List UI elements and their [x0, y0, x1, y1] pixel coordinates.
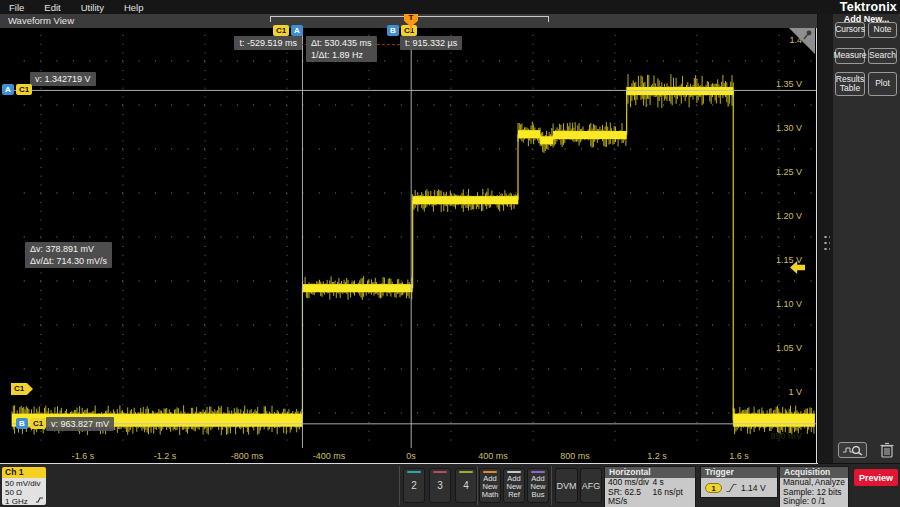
y-axis-tick-label: 1.05 V	[776, 343, 802, 353]
x-axis-tick-label: 0s	[406, 451, 416, 461]
y-axis-tick-label: 1.20 V	[776, 211, 802, 221]
horizontal-value: 16 ns/pt	[653, 488, 683, 507]
afg-button[interactable]: AFG	[580, 468, 602, 503]
probe-icon	[35, 497, 44, 504]
trigger-source-badge: 1	[705, 483, 722, 493]
hcursor-a-badge[interactable]: A	[2, 84, 14, 95]
right-sidebar: Add New... CursorsNoteMeasureSearchResul…	[833, 14, 900, 463]
trigger-level-value: 1.14 V	[741, 483, 766, 493]
channel-number: 3	[430, 473, 450, 499]
cursor-b-time-readout: t: 915.332 µs	[400, 36, 462, 50]
channel-4-button[interactable]: 4	[455, 468, 477, 503]
trigger-position-stem	[410, 26, 412, 32]
cursor-b-voltage-readout: v: 963.827 mV	[46, 417, 114, 431]
waveform-panel: Waveform View T 1.41.35 V1.30 V1.25 V1.2…	[0, 14, 818, 464]
waveform-trace	[12, 28, 816, 462]
menu-item-help[interactable]: Help	[124, 2, 144, 13]
channel-1-setting: 50 mV/div	[5, 479, 46, 488]
y-axis-tick-label: 1.25 V	[776, 167, 802, 177]
add-new-math-button[interactable]: AddNewMath	[479, 468, 501, 503]
dv-dt-value: Δv/Δt: 714.30 mV/s	[30, 255, 107, 267]
y-axis-tick-label: 1.10 V	[776, 299, 802, 309]
zoom-mode-button[interactable]	[838, 442, 867, 458]
zoom-waveform-icon	[842, 444, 864, 456]
button-label: AddNewRef	[504, 475, 524, 499]
button-color-stripe	[507, 471, 521, 473]
menu-item-file[interactable]: File	[9, 2, 24, 13]
y-axis-tick-label: 1.30 V	[776, 123, 802, 133]
trash-button[interactable]	[878, 441, 896, 459]
sidebar-button-search[interactable]: Search	[868, 48, 897, 64]
cursor-delta-v-readout: Δv: 378.891 mV Δv/Δt: 714.30 mV/s	[25, 242, 112, 268]
delta-t-value: Δt: 530.435 ms	[311, 37, 372, 49]
button-label: AddNewMath	[480, 475, 500, 499]
delta-v-value: Δv: 378.891 mV	[30, 243, 107, 255]
x-axis-tick-label: -1.6 s	[72, 451, 95, 461]
horizontal-panel[interactable]: Horizontal 400 ms/div4 sSR: 62.5 MS/s16 …	[604, 466, 696, 507]
trigger-panel[interactable]: Trigger 1 1.14 V	[700, 466, 778, 498]
waveform-view-title: Waveform View	[8, 15, 74, 26]
sidebar-button-note[interactable]: Note	[868, 22, 897, 38]
rising-edge-icon	[726, 483, 737, 493]
toolbar-separator	[477, 466, 478, 505]
channel-3-button[interactable]: 3	[429, 468, 451, 503]
add-new-ref-button[interactable]: AddNewRef	[503, 468, 525, 503]
sidebar-button-measure[interactable]: Measure	[835, 48, 865, 64]
trace-level	[733, 414, 815, 427]
sidebar-button-plot[interactable]: Plot	[868, 72, 897, 96]
bottom-bar: Ch 1 50 mV/div50 Ω1 GHz 234 AddNewMathAd…	[0, 464, 900, 507]
toolbar-separator	[551, 466, 552, 505]
hcursor-a-channel-badge[interactable]: C1	[16, 84, 32, 95]
y-axis-tick-label: 1 V	[788, 387, 802, 397]
button-color-stripe	[483, 471, 497, 473]
button-label: AddNewBus	[528, 475, 548, 499]
sidebar-button-cursors[interactable]: Cursors	[835, 22, 865, 38]
dvm-button[interactable]: DVM	[555, 468, 578, 503]
channel-1-label: Ch 1	[2, 467, 46, 478]
acquisition-row: Single: 0 /1	[780, 497, 848, 507]
channel-1-setting: 50 Ω	[5, 488, 46, 497]
preview-button[interactable]: Preview	[854, 469, 898, 486]
cursor-a-channel-badge[interactable]: C1	[273, 25, 289, 36]
sidebar-button-results-table[interactable]: Results Table	[835, 72, 865, 96]
channel-1-badge[interactable]: Ch 1 50 mV/div50 Ω1 GHz	[2, 467, 46, 505]
drag-handle-icon[interactable]	[822, 233, 830, 251]
pin-icon	[802, 29, 814, 41]
trace-level	[518, 130, 540, 138]
trace-level	[413, 196, 518, 204]
trace-level	[302, 284, 412, 292]
y-axis-tick-label: 1.15 V	[776, 255, 802, 265]
x-axis-tick-label: -800 ms	[231, 451, 264, 461]
add-new-bus-button[interactable]: AddNewBus	[527, 468, 549, 503]
trash-icon	[878, 441, 896, 459]
y-axis-tick-label: 1.35 V	[776, 79, 802, 89]
toolbar-separator	[399, 466, 400, 505]
channel-1-settings: 50 mV/div50 Ω1 GHz	[2, 478, 46, 505]
hcursor-b-channel-badge[interactable]: C1	[30, 418, 46, 429]
panel-divider	[818, 14, 833, 463]
channel-2-button[interactable]: 2	[403, 468, 425, 503]
cursor-a-badge[interactable]: A	[291, 25, 303, 36]
channel-number: 4	[456, 473, 476, 499]
x-axis-tick-label: 1.6 s	[729, 451, 749, 461]
acquisition-panel[interactable]: Acquisition Manual,AnalyzeSample: 12 bit…	[779, 466, 849, 507]
menu-item-utility[interactable]: Utility	[81, 2, 104, 13]
x-axis-tick-label: 800 ms	[560, 451, 590, 461]
x-axis-tick-label: 1.2 s	[647, 451, 667, 461]
trace-level	[627, 87, 734, 95]
inv-delta-t-value: 1/Δt: 1.89 Hz	[311, 49, 372, 61]
y-axis-tick-label: 950 mV	[770, 431, 802, 441]
cursor-b-badge[interactable]: B	[387, 25, 399, 36]
x-axis-tick-label: -1.2 s	[154, 451, 177, 461]
tektronix-logo: Tektronix	[840, 0, 897, 14]
hcursor-b-badge[interactable]: B	[16, 418, 28, 429]
trace-level	[540, 136, 553, 144]
menu-item-edit[interactable]: Edit	[44, 2, 60, 13]
trigger-panel-title: Trigger	[701, 467, 777, 478]
horizontal-row: SR: 62.5 MS/s16 ns/pt	[605, 488, 695, 507]
menu-bar: FileEditUtilityHelpTektronix	[0, 0, 900, 14]
horizontal-value: SR: 62.5 MS/s	[608, 488, 653, 507]
button-color-stripe	[531, 471, 545, 473]
x-axis-tick-label: 400 ms	[478, 451, 508, 461]
graticule[interactable]: 1.41.35 V1.30 V1.25 V1.20 V1.15 V1.10 V1…	[0, 28, 817, 463]
